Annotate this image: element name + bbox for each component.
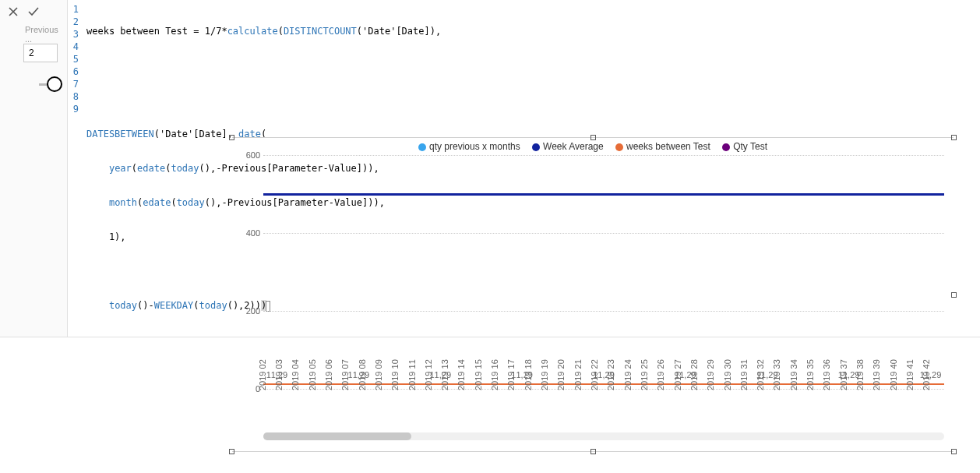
series-week-average: [263, 193, 944, 196]
legend-qty-previous[interactable]: qty previous x months: [418, 141, 520, 152]
x-tick-label: 2019 34: [789, 359, 798, 390]
previous-label: Previous ...: [25, 25, 62, 44]
resize-handle-tl[interactable]: [229, 135, 234, 140]
resize-handle-tr[interactable]: [951, 135, 957, 140]
plot-area: 020040060011,2911,2911,2911,2911,2911,29…: [263, 155, 944, 389]
formula-controls: Previous ...: [0, 0, 67, 95]
legend-week-average[interactable]: Week Average: [532, 141, 604, 152]
x-tick-label: 2019 21: [573, 359, 583, 390]
x-tick-label: 2019 14: [457, 359, 466, 390]
x-tick-label: 2019 36: [822, 359, 831, 390]
x-tick-label: 2019 32: [756, 359, 765, 390]
gridline: [263, 311, 944, 312]
chart-legend: qty previous x months Week Average weeks…: [232, 138, 954, 155]
x-tick-label: 2019 08: [358, 359, 367, 390]
x-tick-label: 2019 31: [739, 359, 749, 390]
y-tick-label: 400: [237, 228, 260, 238]
x-tick-label: 2019 05: [308, 359, 317, 390]
x-tick-label: 2019 37: [839, 359, 848, 390]
x-tick-label: 2019 16: [490, 359, 499, 390]
x-tick-label: 2019 18: [523, 359, 533, 390]
x-tick-label: 2019 23: [606, 359, 615, 390]
x-tick-label: 2019 22: [590, 359, 599, 390]
x-tick-label: 2019 27: [673, 359, 682, 390]
chart-h-scrollthumb[interactable]: [263, 432, 411, 440]
x-tick-label: 2019 09: [374, 359, 383, 390]
x-tick-label: 2019 06: [324, 359, 333, 390]
x-tick-label: 2019 33: [772, 359, 781, 390]
legend-qty-test[interactable]: Qty Test: [722, 141, 767, 152]
resize-handle-t[interactable]: [590, 135, 596, 140]
y-tick-label: 600: [237, 150, 260, 160]
parameter-slider[interactable]: [39, 76, 62, 92]
x-tick-label: 2019 42: [922, 359, 931, 390]
resize-handle-bl[interactable]: [229, 449, 234, 454]
x-tick-label: 2019 20: [556, 359, 566, 390]
x-tick-label: 2019 02: [258, 359, 267, 390]
x-tick-label: 2019 13: [440, 359, 449, 390]
y-tick-label: 200: [237, 306, 260, 316]
x-tick-label: 2019 03: [274, 359, 284, 390]
x-tick-label: 2019 24: [623, 359, 633, 390]
x-tick-label: 2019 25: [640, 359, 649, 390]
x-tick-label: 2019 15: [474, 359, 483, 390]
x-tick-label: 2019 26: [656, 359, 665, 390]
x-tick-label: 2019 39: [872, 359, 881, 390]
slider-knob[interactable]: [47, 76, 62, 92]
x-tick-label: 2019 41: [905, 359, 915, 390]
x-tick-label: 2019 17: [506, 359, 516, 390]
gridline: [263, 233, 944, 234]
x-tick-label: 2019 19: [540, 359, 549, 390]
commit-formula-button[interactable]: [25, 3, 42, 20]
x-tick-label: 2019 29: [706, 359, 715, 390]
line-gutter: 1 2 3 4 5 6 7 8 9: [68, 0, 82, 337]
x-tick-label: 2019 38: [855, 359, 865, 390]
x-tick-label: 2019 28: [689, 359, 699, 390]
x-tick-label: 2019 11: [407, 359, 417, 390]
legend-weeks-between[interactable]: weeks between Test: [615, 141, 710, 152]
x-tick-label: 2019 30: [723, 359, 732, 390]
x-tick-label: 2019 12: [424, 359, 433, 390]
x-tick-label: 2019 07: [340, 359, 350, 390]
gridline: [263, 155, 944, 156]
chart-h-scrollbar[interactable]: [263, 432, 944, 440]
resize-handle-br[interactable]: [951, 449, 957, 454]
y-tick-label: 0: [237, 384, 260, 394]
x-tick-label: 2019 40: [889, 359, 898, 390]
x-tick-label: 2019 10: [390, 359, 400, 390]
cancel-formula-button[interactable]: [5, 3, 22, 20]
line-chart-visual[interactable]: qty previous x months Week Average weeks…: [232, 137, 954, 452]
resize-handle-r[interactable]: [951, 292, 957, 298]
x-axis: 2019 022019 032019 042019 052019 062019 …: [263, 389, 944, 432]
x-tick-label: 2019 35: [806, 359, 815, 390]
resize-handle-b[interactable]: [590, 449, 596, 454]
x-tick-label: 2019 04: [291, 359, 300, 390]
parameter-value-input[interactable]: [23, 44, 58, 62]
